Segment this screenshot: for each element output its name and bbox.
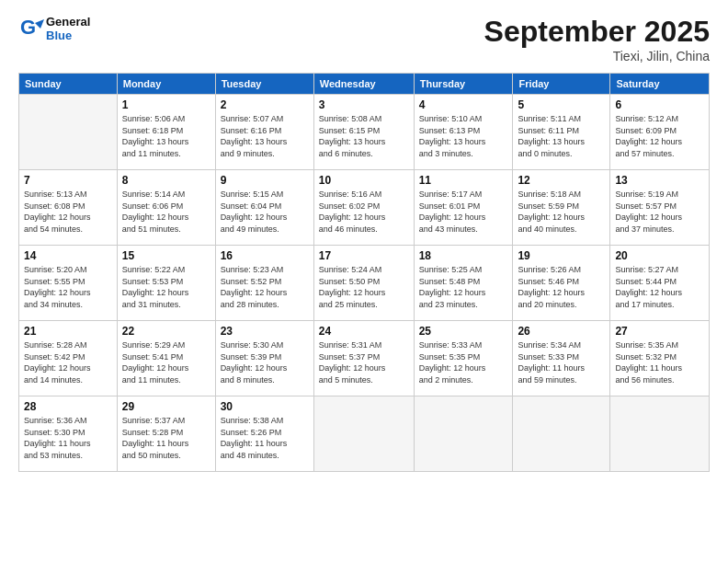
header-saturday: Saturday — [610, 74, 710, 95]
day-number: 4 — [419, 98, 508, 111]
header-friday: Friday — [513, 74, 610, 95]
day-number: 11 — [419, 174, 508, 187]
day-info: Sunrise: 5:36 AM Sunset: 5:30 PM Dayligh… — [24, 415, 112, 461]
day-number: 13 — [615, 174, 704, 187]
day-info: Sunrise: 5:23 AM Sunset: 5:52 PM Dayligh… — [221, 264, 309, 310]
day-info: Sunrise: 5:28 AM Sunset: 5:42 PM Dayligh… — [24, 339, 112, 385]
header-wednesday: Wednesday — [313, 74, 414, 95]
day-number: 26 — [518, 325, 605, 338]
table-cell: 30Sunrise: 5:38 AM Sunset: 5:26 PM Dayli… — [215, 396, 313, 472]
day-number: 28 — [24, 400, 112, 413]
table-cell: 10Sunrise: 5:16 AM Sunset: 6:02 PM Dayli… — [313, 170, 414, 246]
day-number: 30 — [221, 400, 309, 413]
table-cell: 18Sunrise: 5:25 AM Sunset: 5:48 PM Dayli… — [414, 246, 513, 321]
header-sunday: Sunday — [19, 74, 118, 95]
day-number: 17 — [319, 249, 409, 262]
day-number: 12 — [518, 174, 605, 187]
svg-marker-1 — [35, 19, 44, 29]
week-row-2: 7Sunrise: 5:13 AM Sunset: 6:08 PM Daylig… — [19, 170, 710, 246]
header-thursday: Thursday — [414, 74, 513, 95]
day-info: Sunrise: 5:37 AM Sunset: 5:28 PM Dayligh… — [122, 415, 210, 461]
day-number: 1 — [122, 98, 210, 111]
day-info: Sunrise: 5:24 AM Sunset: 5:50 PM Dayligh… — [319, 264, 409, 310]
table-cell: 21Sunrise: 5:28 AM Sunset: 5:42 PM Dayli… — [19, 321, 118, 396]
table-cell — [610, 396, 710, 472]
table-cell: 19Sunrise: 5:26 AM Sunset: 5:46 PM Dayli… — [513, 246, 610, 321]
day-number: 22 — [122, 325, 210, 338]
day-info: Sunrise: 5:15 AM Sunset: 6:04 PM Dayligh… — [221, 189, 309, 235]
day-info: Sunrise: 5:13 AM Sunset: 6:08 PM Dayligh… — [24, 189, 112, 235]
day-number: 27 — [615, 325, 704, 338]
table-cell — [19, 95, 118, 170]
day-info: Sunrise: 5:07 AM Sunset: 6:16 PM Dayligh… — [221, 113, 309, 159]
day-number: 29 — [122, 400, 210, 413]
day-number: 24 — [319, 325, 409, 338]
table-cell: 29Sunrise: 5:37 AM Sunset: 5:28 PM Dayli… — [117, 396, 215, 472]
table-cell: 17Sunrise: 5:24 AM Sunset: 5:50 PM Dayli… — [313, 246, 414, 321]
day-info: Sunrise: 5:38 AM Sunset: 5:26 PM Dayligh… — [221, 415, 309, 461]
day-number: 8 — [122, 174, 210, 187]
table-cell: 20Sunrise: 5:27 AM Sunset: 5:44 PM Dayli… — [610, 246, 710, 321]
table-cell: 26Sunrise: 5:34 AM Sunset: 5:33 PM Dayli… — [513, 321, 610, 396]
table-cell: 2Sunrise: 5:07 AM Sunset: 6:16 PM Daylig… — [215, 95, 313, 170]
calendar-body: 1Sunrise: 5:06 AM Sunset: 6:18 PM Daylig… — [19, 95, 710, 472]
day-number: 16 — [221, 249, 309, 262]
logo-text: General Blue — [46, 15, 90, 42]
day-number: 23 — [221, 325, 309, 338]
header-tuesday: Tuesday — [215, 74, 313, 95]
calendar-page: G General Blue September 2025 Tiexi, Jil… — [0, 0, 728, 563]
table-cell: 3Sunrise: 5:08 AM Sunset: 6:15 PM Daylig… — [313, 95, 414, 170]
header: G General Blue September 2025 Tiexi, Jil… — [18, 15, 710, 63]
day-number: 25 — [419, 325, 508, 338]
header-monday: Monday — [117, 74, 215, 95]
table-cell: 9Sunrise: 5:15 AM Sunset: 6:04 PM Daylig… — [215, 170, 313, 246]
day-info: Sunrise: 5:10 AM Sunset: 6:13 PM Dayligh… — [419, 113, 508, 159]
day-number: 5 — [518, 98, 605, 111]
day-number: 14 — [24, 249, 112, 262]
table-cell: 14Sunrise: 5:20 AM Sunset: 5:55 PM Dayli… — [19, 246, 118, 321]
table-cell: 7Sunrise: 5:13 AM Sunset: 6:08 PM Daylig… — [19, 170, 118, 246]
day-info: Sunrise: 5:06 AM Sunset: 6:18 PM Dayligh… — [122, 113, 210, 159]
location: Tiexi, Jilin, China — [484, 49, 710, 63]
day-number: 19 — [518, 249, 605, 262]
day-info: Sunrise: 5:35 AM Sunset: 5:32 PM Dayligh… — [615, 339, 704, 385]
table-cell: 11Sunrise: 5:17 AM Sunset: 6:01 PM Dayli… — [414, 170, 513, 246]
day-info: Sunrise: 5:33 AM Sunset: 5:35 PM Dayligh… — [419, 339, 508, 385]
table-cell: 15Sunrise: 5:22 AM Sunset: 5:53 PM Dayli… — [117, 246, 215, 321]
day-number: 20 — [615, 249, 704, 262]
day-info: Sunrise: 5:31 AM Sunset: 5:37 PM Dayligh… — [319, 339, 409, 385]
day-number: 6 — [615, 98, 704, 111]
table-cell: 13Sunrise: 5:19 AM Sunset: 5:57 PM Dayli… — [610, 170, 710, 246]
day-number: 10 — [319, 174, 409, 187]
day-info: Sunrise: 5:17 AM Sunset: 6:01 PM Dayligh… — [419, 189, 508, 235]
day-info: Sunrise: 5:34 AM Sunset: 5:33 PM Dayligh… — [518, 339, 605, 385]
day-number: 2 — [221, 98, 309, 111]
table-cell: 22Sunrise: 5:29 AM Sunset: 5:41 PM Dayli… — [117, 321, 215, 396]
weekday-header-row: Sunday Monday Tuesday Wednesday Thursday… — [19, 74, 710, 95]
table-cell: 5Sunrise: 5:11 AM Sunset: 6:11 PM Daylig… — [513, 95, 610, 170]
svg-text:G: G — [20, 16, 36, 39]
table-cell: 4Sunrise: 5:10 AM Sunset: 6:13 PM Daylig… — [414, 95, 513, 170]
table-cell: 25Sunrise: 5:33 AM Sunset: 5:35 PM Dayli… — [414, 321, 513, 396]
table-cell: 24Sunrise: 5:31 AM Sunset: 5:37 PM Dayli… — [313, 321, 414, 396]
table-cell — [513, 396, 610, 472]
day-info: Sunrise: 5:11 AM Sunset: 6:11 PM Dayligh… — [518, 113, 605, 159]
table-cell: 23Sunrise: 5:30 AM Sunset: 5:39 PM Dayli… — [215, 321, 313, 396]
week-row-1: 1Sunrise: 5:06 AM Sunset: 6:18 PM Daylig… — [19, 95, 710, 170]
month-title: September 2025 — [484, 15, 710, 49]
day-info: Sunrise: 5:12 AM Sunset: 6:09 PM Dayligh… — [615, 113, 704, 159]
table-cell: 1Sunrise: 5:06 AM Sunset: 6:18 PM Daylig… — [117, 95, 215, 170]
calendar-table: Sunday Monday Tuesday Wednesday Thursday… — [18, 73, 710, 472]
day-info: Sunrise: 5:22 AM Sunset: 5:53 PM Dayligh… — [122, 264, 210, 310]
logo-icon: G — [18, 16, 44, 41]
day-number: 3 — [319, 98, 409, 111]
day-number: 7 — [24, 174, 112, 187]
title-block: September 2025 Tiexi, Jilin, China — [484, 15, 710, 63]
table-cell — [414, 396, 513, 472]
week-row-3: 14Sunrise: 5:20 AM Sunset: 5:55 PM Dayli… — [19, 246, 710, 321]
day-info: Sunrise: 5:20 AM Sunset: 5:55 PM Dayligh… — [24, 264, 112, 310]
day-number: 18 — [419, 249, 508, 262]
table-cell: 16Sunrise: 5:23 AM Sunset: 5:52 PM Dayli… — [215, 246, 313, 321]
day-number: 9 — [221, 174, 309, 187]
day-info: Sunrise: 5:25 AM Sunset: 5:48 PM Dayligh… — [419, 264, 508, 310]
